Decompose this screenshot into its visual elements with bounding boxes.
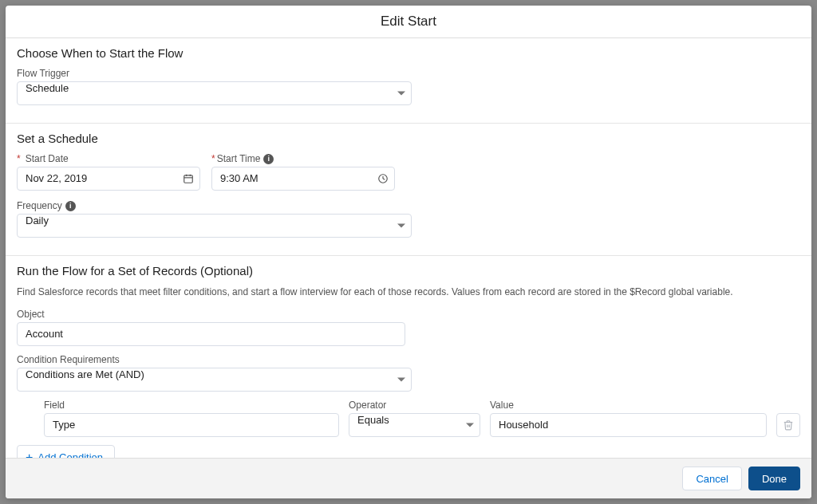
trash-icon xyxy=(783,419,794,431)
condition-requirements-label: Condition Requirements xyxy=(17,354,800,365)
add-condition-label: Add Condition xyxy=(37,451,103,458)
records-section-title: Run the Flow for a Set of Records (Optio… xyxy=(17,264,800,278)
start-date-input[interactable]: Nov 22, 2019 xyxy=(17,167,200,191)
schedule-section-title: Set a Schedule xyxy=(17,132,800,145)
records-section: Run the Flow for a Set of Records (Optio… xyxy=(6,256,811,458)
info-icon: i xyxy=(65,201,76,211)
trigger-section-title: Choose When to Start the Flow xyxy=(17,46,800,60)
condition-requirements-select[interactable]: Conditions are Met (AND) xyxy=(17,368,412,392)
start-time-input[interactable]: 9:30 AM xyxy=(211,167,395,191)
condition-value-input[interactable]: Household xyxy=(490,413,767,437)
condition-operator-select[interactable]: Equals xyxy=(349,413,480,437)
condition-field-input[interactable]: Type xyxy=(44,413,339,437)
flow-trigger-label: Flow Trigger xyxy=(17,68,800,79)
modal-header: Edit Start xyxy=(6,6,811,38)
object-label: Object xyxy=(17,309,800,320)
edit-start-modal: Edit Start Choose When to Start the Flow… xyxy=(6,6,811,498)
modal-body: Choose When to Start the Flow Flow Trigg… xyxy=(6,38,811,458)
plus-icon: + xyxy=(26,451,33,458)
frequency-label: Frequency i xyxy=(17,200,800,211)
condition-operator-label: Operator xyxy=(349,400,480,411)
modal-title: Edit Start xyxy=(6,14,811,30)
condition-value-label: Value xyxy=(490,400,767,411)
records-section-description: Find Salesforce records that meet filter… xyxy=(17,285,800,299)
modal-footer: Cancel Done xyxy=(6,458,811,498)
delete-condition-button[interactable] xyxy=(776,413,800,437)
condition-field-label: Field xyxy=(44,400,339,411)
condition-row: Field Type Operator Equals Value Househo xyxy=(17,400,800,437)
add-condition-button[interactable]: + Add Condition xyxy=(17,445,115,458)
flow-trigger-select[interactable]: Schedule xyxy=(17,81,412,105)
object-combobox[interactable]: Account xyxy=(17,322,405,346)
trigger-section: Choose When to Start the Flow Flow Trigg… xyxy=(6,38,811,124)
done-button[interactable]: Done xyxy=(748,467,800,490)
schedule-section: Set a Schedule Start Date Nov 22, 2019 S… xyxy=(6,124,811,256)
start-time-label: Start Time i xyxy=(211,153,395,164)
frequency-select[interactable]: Daily xyxy=(17,214,412,238)
info-icon: i xyxy=(263,154,274,164)
cancel-button[interactable]: Cancel xyxy=(682,467,741,490)
start-date-label: Start Date xyxy=(17,153,200,164)
